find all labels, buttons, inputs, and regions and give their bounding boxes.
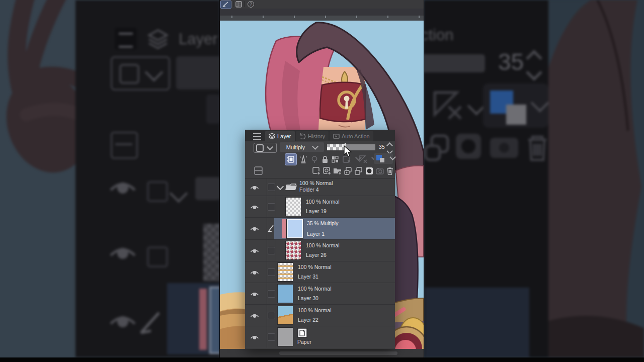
- blurred-eye-icon: [109, 177, 137, 197]
- draft-layer-button[interactable]: [310, 155, 319, 164]
- layer-checkbox[interactable]: [268, 184, 275, 191]
- layer-checkbox[interactable]: [268, 290, 275, 298]
- tab-history[interactable]: History: [296, 131, 329, 141]
- visibility-eye-icon[interactable]: [250, 334, 259, 340]
- delete-layer-button[interactable]: [386, 166, 394, 175]
- clip-to-layer-below-button[interactable]: [285, 153, 297, 165]
- blurred-opacity-value: 35: [498, 48, 524, 75]
- screenshot-root: { "window": { "toolbar": { "help_glyph":…: [0, 0, 644, 362]
- layer-row-layer-22[interactable]: 100 % Normal Layer 22: [245, 305, 395, 326]
- blurred-panel-toggle-icon: [111, 132, 138, 159]
- blurred-pencil-icon: [137, 307, 165, 337]
- top-toolbar: ?: [220, 0, 424, 9]
- opacity-spinner[interactable]: [387, 143, 392, 152]
- visibility-eye-icon[interactable]: [250, 247, 259, 254]
- blurred-combine-icon: [424, 132, 454, 163]
- layer-row-folder-4[interactable]: 100 % Normal Folder 4: [245, 178, 395, 196]
- layer-thumbnail[interactable]: [278, 263, 293, 281]
- layer-name[interactable]: Layer 22: [298, 317, 318, 323]
- paper-layer-icon: [297, 328, 307, 338]
- blurred-slider: [206, 95, 220, 124]
- panel-layout-button[interactable]: [235, 1, 242, 8]
- new-layer-button[interactable]: [312, 166, 321, 175]
- layer-thumbnail[interactable]: [286, 198, 301, 216]
- blurred-canvas-right: [548, 0, 644, 357]
- new-folder-button[interactable]: [333, 166, 342, 175]
- new-tone-layer-button[interactable]: [323, 166, 332, 175]
- blurred-selected-thumbnail: [209, 287, 220, 354]
- blurred-selected-row: [425, 288, 529, 357]
- blurred-eye-icon: [109, 242, 137, 262]
- layer-checkbox[interactable]: [268, 268, 275, 276]
- blurred-panel-right: ction 35: [424, 0, 548, 357]
- transfer-to-lower-layer-button[interactable]: [344, 166, 353, 175]
- layer-row-layer-31[interactable]: 100 % Normal Layer 31: [245, 261, 395, 283]
- layer-color-button[interactable]: [374, 153, 393, 164]
- layer-info: 100 % Normal: [298, 264, 332, 270]
- visibility-eye-icon[interactable]: [250, 225, 259, 232]
- blurred-checkbox: [147, 246, 168, 267]
- layer-name[interactable]: Layer 26: [306, 252, 327, 258]
- visibility-eye-icon[interactable]: [250, 312, 259, 319]
- layer-thumbnail[interactable]: [278, 285, 293, 303]
- bottom-black-bar: [0, 357, 644, 362]
- combine-to-lower-layer-button[interactable]: [354, 166, 363, 175]
- layer-thumbnail[interactable]: [278, 306, 293, 324]
- layer-name[interactable]: Layer 30: [298, 295, 318, 301]
- layer-info: 100 % Normal: [299, 180, 333, 186]
- horizontal-scrollbar-track[interactable]: [220, 349, 424, 357]
- help-button[interactable]: ?: [248, 1, 254, 8]
- horizontal-scrollbar-thumb[interactable]: [279, 351, 397, 355]
- visibility-eye-icon[interactable]: [250, 291, 259, 297]
- create-layer-mask-button[interactable]: [365, 166, 374, 175]
- blurred-trash-icon: [523, 132, 548, 163]
- blurred-eye-icon: [109, 311, 137, 331]
- layer-name[interactable]: Layer 19: [306, 208, 327, 214]
- layer-row-layer-26[interactable]: 100 % Normal Layer 26: [245, 240, 395, 261]
- blurred-shape-dropdown: [111, 56, 170, 90]
- folder-expand-chevron[interactable]: [277, 183, 284, 190]
- blurred-layer-color-box: [483, 83, 548, 128]
- row-divider: [245, 348, 395, 348]
- layer-palette-color-tag[interactable]: [282, 219, 286, 238]
- opacity-value[interactable]: 35: [374, 144, 385, 150]
- panel-menu-icon[interactable]: [253, 133, 261, 140]
- tab-history-label: History: [308, 133, 325, 139]
- layer-thumbnail[interactable]: [278, 328, 293, 346]
- layer-row-paper[interactable]: Paper: [245, 326, 395, 348]
- layer-name[interactable]: Layer 1: [307, 231, 325, 237]
- layer-checkbox[interactable]: [268, 247, 275, 254]
- lock-transparent-pixels-button[interactable]: [331, 155, 340, 164]
- layer-thumbnail[interactable]: [286, 241, 301, 259]
- layer-thumbnail[interactable]: [287, 219, 303, 238]
- ruler-button[interactable]: [359, 155, 368, 164]
- visibility-eye-icon[interactable]: [250, 269, 259, 276]
- layer-checkbox[interactable]: [268, 333, 275, 341]
- tab-layer-label: Layer: [277, 133, 291, 139]
- thumbnail-shape-dropdown[interactable]: [254, 143, 277, 153]
- apply-mask-button[interactable]: [375, 166, 384, 175]
- left-blur-content: Layer: [0, 0, 220, 362]
- toolbar-separator: [233, 1, 233, 7]
- visibility-eye-icon[interactable]: [250, 204, 259, 210]
- layer-checkbox[interactable]: [268, 312, 275, 319]
- tab-layer[interactable]: Layer: [265, 131, 295, 141]
- pen-tool-button[interactable]: [220, 1, 231, 9]
- lock-layer-button[interactable]: [320, 155, 330, 164]
- panel-display-toggle-icon[interactable]: [254, 166, 263, 175]
- layer-name[interactable]: Paper: [297, 339, 311, 345]
- layer-row-layer-19[interactable]: 100 % Normal Layer 19: [245, 196, 395, 217]
- layer-name[interactable]: Layer 31: [298, 274, 318, 280]
- blend-mode-dropdown[interactable]: Multiply: [280, 142, 324, 152]
- layer-name[interactable]: Folder 4: [299, 187, 319, 193]
- layer-row-layer-1-selected[interactable]: 35 % Multiply Layer 1: [245, 218, 395, 239]
- reference-layer-button[interactable]: [299, 155, 308, 164]
- left-blur-strip: Layer: [0, 0, 220, 362]
- tab-auto-action[interactable]: Auto Action: [330, 131, 373, 141]
- layer-checkbox[interactable]: [268, 203, 275, 211]
- blend-opacity-row: Multiply 35: [245, 141, 395, 153]
- blurred-hood-art: [548, 0, 644, 357]
- layer-row-layer-30[interactable]: 100 % Normal Layer 30: [245, 283, 395, 304]
- mouse-cursor: [342, 145, 352, 158]
- visibility-eye-icon[interactable]: [250, 184, 259, 191]
